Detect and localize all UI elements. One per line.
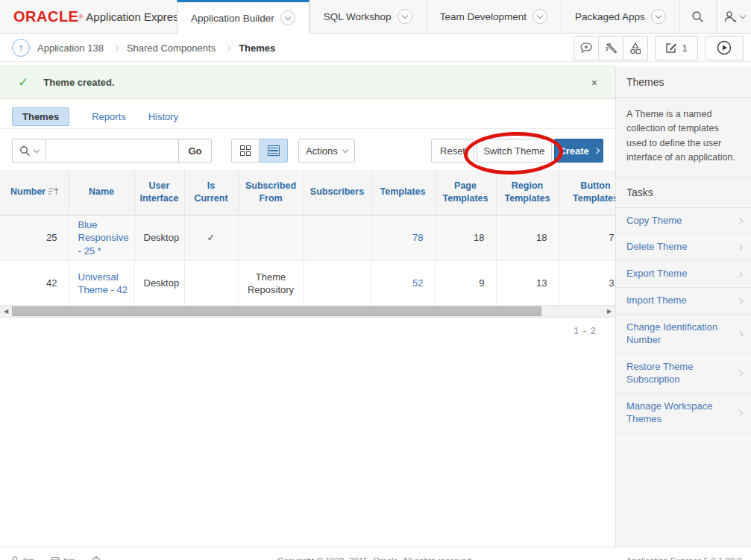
chevron-down-icon — [398, 9, 412, 24]
workspace-icon — [51, 556, 60, 560]
tab-sql-workshop[interactable]: SQL Workshop — [309, 0, 426, 33]
search-input[interactable] — [46, 139, 179, 163]
search-column-selector[interactable] — [12, 139, 46, 163]
breadcrumb-bar: ↑ Application 138 Shared Components Them… — [0, 34, 751, 62]
cell-is-current: ✓ — [184, 215, 238, 261]
oracle-apex-logo: ORACLE® Application Express — [0, 0, 177, 33]
up-level-icon[interactable]: ↑ — [12, 39, 30, 57]
cell-page-templates: 18 — [435, 215, 496, 261]
search-icon[interactable] — [679, 0, 716, 33]
tab-label: Team Development — [440, 11, 527, 22]
grid-view-icon — [240, 145, 251, 156]
tab-team-development[interactable]: Team Development — [426, 0, 561, 33]
scroll-left-arrow[interactable]: ◀ — [0, 306, 12, 317]
user-icon — [10, 556, 19, 560]
close-icon[interactable]: × — [591, 77, 597, 89]
column-header-user-interface[interactable]: User Interface — [134, 170, 184, 215]
theme-roller-button[interactable] — [598, 36, 623, 60]
task-manage-workspace-themes[interactable]: Manage Workspace Themes — [616, 394, 751, 433]
clock-icon — [92, 556, 101, 560]
templates-count-link[interactable]: 52 — [412, 277, 423, 289]
flashlight-icon — [604, 42, 618, 54]
column-header-is-current[interactable]: Is Current — [184, 170, 238, 215]
chevron-right-icon — [737, 409, 743, 415]
tab-history[interactable]: History — [148, 111, 178, 122]
sidebar-title: Themes — [616, 67, 751, 98]
tab-packaged-apps[interactable]: Packaged Apps — [561, 0, 679, 33]
sidebar-description: A Theme is a named collection of templat… — [616, 98, 751, 177]
table-row: 42 Universal Theme - 42 Desktop Theme Re… — [0, 261, 615, 305]
go-button[interactable]: Go — [179, 139, 212, 163]
breadcrumb-separator — [111, 44, 119, 51]
app-header: ORACLE® Application Express Application … — [0, 0, 751, 34]
cell-user-interface: Desktop — [134, 215, 184, 261]
horizontal-scrollbar[interactable]: ◀ ▶ — [0, 305, 615, 318]
tab-reports[interactable]: Reports — [92, 111, 126, 122]
footer-user[interactable]: tim — [10, 556, 34, 560]
templates-count-link[interactable]: 78 — [412, 232, 423, 243]
scroll-right-arrow[interactable]: ▶ — [603, 306, 615, 317]
switch-theme-button[interactable]: Switch Theme — [477, 139, 552, 163]
icon-view-toggle[interactable] — [231, 139, 260, 163]
cell-number: 25 — [0, 215, 69, 261]
column-header-templates[interactable]: Templates — [371, 170, 435, 215]
table-row: 25 Blue Responsive - 25 * Desktop ✓ 78 1… — [0, 215, 615, 261]
success-banner: ✓ Theme created. × — [0, 66, 615, 99]
breadcrumb-shared-components[interactable]: Shared Components — [127, 43, 216, 54]
column-header-subscribed-from[interactable]: Subscribed From — [238, 170, 304, 215]
footer-timer — [92, 556, 101, 560]
cell-name: Universal Theme - 42 — [69, 261, 134, 305]
sort-ascending-icon — [48, 187, 59, 195]
task-export-theme[interactable]: Export Theme — [616, 261, 751, 288]
column-header-button-templates[interactable]: Button Templates — [559, 170, 615, 215]
themes-report-table: Number Name User Interface Is Current Su… — [0, 170, 615, 305]
cell-button-templates: 7 — [559, 215, 615, 261]
administration-icon[interactable] — [716, 0, 751, 33]
column-header-number[interactable]: Number — [0, 170, 69, 215]
pagination-label: 1 - 2 — [0, 325, 597, 336]
task-delete-theme[interactable]: Delete Theme — [616, 234, 751, 261]
theme-name-link[interactable]: Blue Responsive - 25 * — [78, 219, 129, 257]
search-icon — [19, 145, 31, 157]
report-toolbar: Go Actions Reset Switch Theme Create — [0, 134, 615, 167]
oracle-wordmark: ORACLE — [13, 8, 78, 25]
cell-user-interface: Desktop — [134, 261, 184, 305]
breadcrumb-separator — [224, 44, 231, 51]
cell-region-templates: 18 — [496, 215, 559, 261]
table-header-row: Number Name User Interface Is Current Su… — [0, 170, 615, 215]
cell-subscribers — [304, 261, 371, 305]
task-copy-theme[interactable]: Copy Theme — [616, 208, 751, 235]
breadcrumb-application[interactable]: Application 138 — [37, 43, 104, 54]
report-view-toggle[interactable] — [260, 139, 288, 163]
task-change-identification-number[interactable]: Change Identification Number — [616, 315, 751, 354]
run-page-button[interactable] — [705, 36, 744, 60]
chevron-down-icon — [651, 9, 666, 24]
tab-label: SQL Workshop — [324, 11, 392, 22]
edit-page-icon — [665, 42, 677, 54]
actions-menu-button[interactable]: Actions — [298, 139, 355, 163]
tasks-title: Tasks — [616, 177, 751, 208]
footer-workspace[interactable]: tim — [51, 556, 75, 560]
feedback-button[interactable] — [574, 36, 599, 60]
column-header-page-templates[interactable]: Page Templates — [435, 170, 496, 215]
cell-button-templates: 3 — [559, 261, 615, 305]
task-import-theme[interactable]: Import Theme — [616, 288, 751, 315]
column-header-region-templates[interactable]: Region Templates — [496, 170, 559, 215]
shared-components-button[interactable] — [623, 36, 648, 60]
reset-button[interactable]: Reset — [431, 139, 474, 163]
cell-subscribed-from: Theme Repository — [238, 261, 304, 305]
cell-subscribed-from — [238, 215, 304, 261]
theme-name-link[interactable]: Universal Theme - 42 — [78, 271, 128, 296]
column-header-subscribers[interactable]: Subscribers — [304, 170, 371, 215]
scrollbar-thumb[interactable] — [12, 306, 541, 316]
tab-themes[interactable]: Themes — [12, 107, 69, 126]
cell-templates: 52 — [371, 261, 435, 305]
cell-region-templates: 13 — [496, 261, 559, 305]
cell-templates: 78 — [371, 215, 435, 261]
task-restore-theme-subscription[interactable]: Restore Theme Subscription — [616, 354, 751, 394]
breadcrumb-themes: Themes — [239, 43, 275, 54]
column-header-name[interactable]: Name — [69, 170, 134, 215]
create-button[interactable]: Create — [554, 139, 603, 163]
edit-page-button[interactable]: 1 — [655, 36, 698, 60]
tab-application-builder[interactable]: Application Builder — [177, 0, 309, 34]
